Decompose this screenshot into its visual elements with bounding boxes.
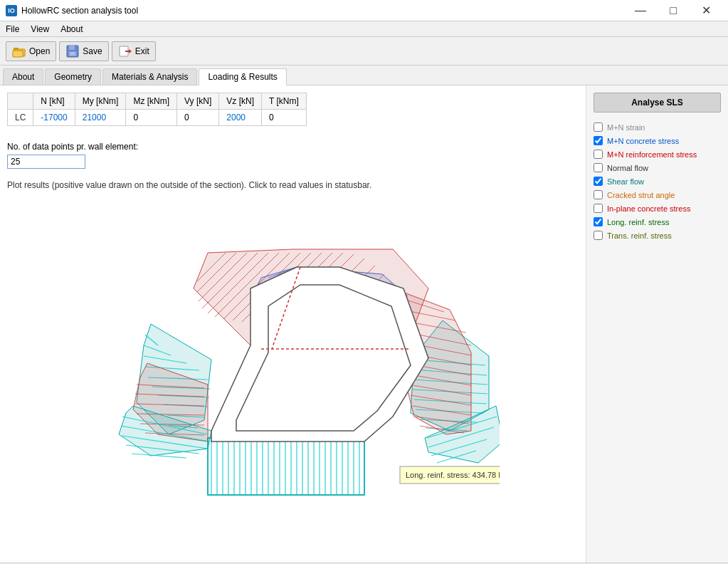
col-header-mz: Mz [kNm]	[126, 93, 177, 110]
save-icon	[65, 44, 80, 58]
section-plot[interactable]: Long. reinf. stress: 434.78 MPa	[87, 196, 500, 509]
open-icon	[12, 44, 26, 58]
analyse-sls-button[interactable]: Analyse SLS	[594, 93, 721, 113]
cb-inplane-concrete-label: In-plane concrete stress	[607, 204, 690, 213]
checkbox-long-reinf: Long. reinf. stress	[594, 217, 721, 226]
col-header-vy: Vy [kN]	[177, 93, 219, 110]
close-button[interactable]: ✕	[690, 0, 722, 21]
right-panel: Analyse SLS M+N strain M+N concrete stre…	[586, 85, 728, 563]
row-t: 0	[261, 110, 306, 126]
cb-trans-reinf[interactable]	[594, 231, 603, 240]
tab-geometry[interactable]: Geometry	[45, 68, 101, 85]
tooltip: Long. reinf. stress: 434.78 MPa	[400, 466, 500, 484]
cb-cracked-strut-label: Cracked strut angle	[607, 191, 675, 199]
app-icon: IO	[6, 5, 17, 16]
svg-text:Long. reinf. stress: 434.78 MP: Long. reinf. stress: 434.78 MPa	[406, 471, 500, 479]
plot-info: Plot results (positive value drawn on th…	[7, 180, 579, 190]
exit-label: Exit	[135, 46, 149, 56]
canvas-area[interactable]: Long. reinf. stress: 434.78 MPa	[87, 196, 500, 516]
svg-rect-6	[70, 52, 75, 56]
menu-view[interactable]: View	[25, 21, 55, 36]
exit-icon	[118, 44, 132, 58]
checkbox-mn-reinf: M+N reinforcement stress	[594, 150, 721, 159]
open-label: Open	[29, 46, 50, 56]
left-panel: N [kN] My [kNm] Mz [kNm] Vy [kN] Vz [kN]…	[0, 85, 586, 563]
checkbox-mn-strain: M+N strain	[594, 122, 721, 132]
toolbar: Open Save Exit	[0, 37, 728, 66]
col-header-my: My [kNm]	[75, 93, 126, 110]
cb-inplane-concrete[interactable]	[594, 204, 603, 213]
checkbox-inplane-concrete: In-plane concrete stress	[594, 204, 721, 213]
load-table: N [kN] My [kNm] Mz [kNm] Vy [kN] Vz [kN]…	[7, 93, 307, 126]
tab-materials-analysis[interactable]: Materials & Analysis	[102, 68, 197, 85]
cb-cracked-strut[interactable]	[594, 190, 603, 199]
exit-button[interactable]: Exit	[112, 41, 156, 61]
window-title: HollowRC section analysis tool	[21, 6, 138, 16]
row-lc-label: LC	[8, 110, 33, 126]
cb-mn-concrete[interactable]	[594, 136, 603, 145]
cb-mn-concrete-label: M+N concrete stress	[607, 137, 679, 145]
data-points-label: No. of data points pr. wall element:	[7, 142, 579, 152]
checkbox-normal-flow: Normal flow	[594, 163, 721, 172]
cb-long-reinf-label: Long. reinf. stress	[607, 218, 669, 226]
table-row: LC -17000 21000 0 0 2000 0	[8, 110, 307, 126]
title-bar-buttons: — □ ✕	[624, 0, 722, 21]
open-button[interactable]: Open	[6, 41, 56, 61]
minimize-button[interactable]: —	[624, 0, 657, 21]
checkbox-trans-reinf: Trans. reinf. stress	[594, 231, 721, 240]
row-mz: 0	[126, 110, 177, 126]
maximize-button[interactable]: □	[657, 0, 690, 21]
load-section-wrapper: N [kN] My [kNm] Mz [kNm] Vy [kN] Vz [kN]…	[7, 93, 579, 135]
cb-normal-flow-label: Normal flow	[607, 164, 648, 172]
data-points-input[interactable]	[7, 155, 85, 169]
cb-long-reinf[interactable]	[594, 217, 603, 226]
svg-rect-4	[69, 46, 75, 50]
svg-marker-9	[129, 49, 132, 53]
cb-mn-strain-label: M+N strain	[607, 123, 645, 132]
menu-bar: File View About	[0, 21, 728, 37]
svg-rect-2	[13, 51, 23, 57]
cb-mn-reinf[interactable]	[594, 150, 603, 159]
main-content: N [kN] My [kNm] Mz [kNm] Vy [kN] Vz [kN]…	[0, 85, 728, 563]
col-header-t: T [kNm]	[261, 93, 306, 110]
row-vz: 2000	[219, 110, 262, 126]
cb-shear-flow[interactable]	[594, 177, 603, 186]
row-my: 21000	[75, 110, 126, 126]
col-header-vz: Vz [kN]	[219, 93, 262, 110]
col-header-n: N [kN]	[33, 93, 75, 110]
row-n: -17000	[33, 110, 75, 126]
cb-mn-strain[interactable]	[594, 122, 603, 132]
tabs-bar: About Geometry Materials & Analysis Load…	[0, 66, 728, 85]
menu-about[interactable]: About	[55, 21, 88, 36]
tab-loading-results[interactable]: Loading & Results	[199, 68, 286, 85]
title-bar: IO HollowRC section analysis tool — □ ✕	[0, 0, 728, 21]
menu-file[interactable]: File	[0, 21, 25, 36]
checkbox-shear-flow: Shear flow	[594, 177, 721, 186]
save-button[interactable]: Save	[59, 41, 108, 61]
cb-mn-reinf-label: M+N reinforcement stress	[607, 150, 697, 159]
checkbox-cracked-strut: Cracked strut angle	[594, 190, 721, 199]
cb-shear-flow-label: Shear flow	[607, 177, 644, 186]
cb-normal-flow[interactable]	[594, 163, 603, 172]
save-label: Save	[83, 46, 102, 56]
col-header-lc	[8, 93, 33, 110]
row-vy: 0	[177, 110, 219, 126]
title-bar-left: IO HollowRC section analysis tool	[6, 5, 138, 16]
checkbox-mn-concrete: M+N concrete stress	[594, 136, 721, 145]
cb-trans-reinf-label: Trans. reinf. stress	[607, 231, 672, 240]
tab-about[interactable]: About	[3, 68, 43, 85]
